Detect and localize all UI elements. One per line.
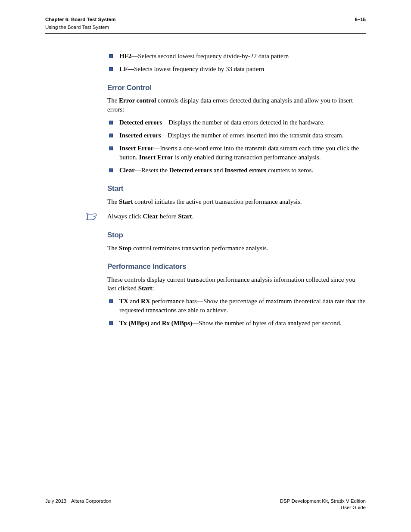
list-item: LF—Selects lowest frequency divide by 33… xyxy=(107,65,366,73)
section-heading-performance: Performance Indicators xyxy=(107,262,366,272)
pointing-hand-icon xyxy=(86,213,100,221)
page-header: Chapter 6: Board Test System Using the B… xyxy=(45,16,366,34)
text: —Selects second lowest frequency divide-… xyxy=(131,53,289,59)
list-item: Insert Error—Inserts a one-word error in… xyxy=(107,144,366,162)
page-footer: July 2013 Altera Corporation DSP Develop… xyxy=(45,498,366,511)
note-row: Always click Clear before Start. xyxy=(86,212,366,221)
list-item: Clear—Resets the Detected errors and Ins… xyxy=(107,166,366,174)
performance-list: TX and RX performance bars—Show the perc… xyxy=(107,297,366,327)
term: HF2 xyxy=(119,53,131,59)
section-heading-start: Start xyxy=(107,184,366,194)
paragraph: The Error control controls display data … xyxy=(107,96,366,114)
section-heading-error-control: Error Control xyxy=(107,83,366,93)
list-item: Detected errors—Displays the number of d… xyxy=(107,118,366,127)
footer-left: July 2013 Altera Corporation xyxy=(45,498,111,505)
text: Selects lowest frequency divide by 33 da… xyxy=(134,65,264,72)
list-item: Tx (MBps) and Rx (MBps)—Show the number … xyxy=(107,319,366,327)
footer-right: DSP Development Kit, Stratix V Edition U… xyxy=(280,498,366,511)
list-item: HF2—Selects second lowest frequency divi… xyxy=(107,52,366,60)
list-item: TX and RX performance bars—Show the perc… xyxy=(107,297,366,314)
list-item: Inserted errors—Displays the number of e… xyxy=(107,131,366,140)
page-number: 6–15 xyxy=(355,16,366,23)
chapter-subtitle: Using the Board Test System xyxy=(45,24,115,31)
term: LF— xyxy=(119,65,134,72)
chapter-title: Chapter 6: Board Test System xyxy=(45,16,115,23)
paragraph: These controls display current transacti… xyxy=(107,275,366,293)
intro-list: HF2—Selects second lowest frequency divi… xyxy=(107,52,366,74)
svg-rect-0 xyxy=(86,214,87,220)
error-control-list: Detected errors—Displays the number of d… xyxy=(107,118,366,174)
section-heading-stop: Stop xyxy=(107,230,366,240)
paragraph: The Stop control terminates transaction … xyxy=(107,244,366,252)
body-content: HF2—Selects second lowest frequency divi… xyxy=(107,52,366,327)
paragraph: The Start control initiates the active p… xyxy=(107,197,366,206)
